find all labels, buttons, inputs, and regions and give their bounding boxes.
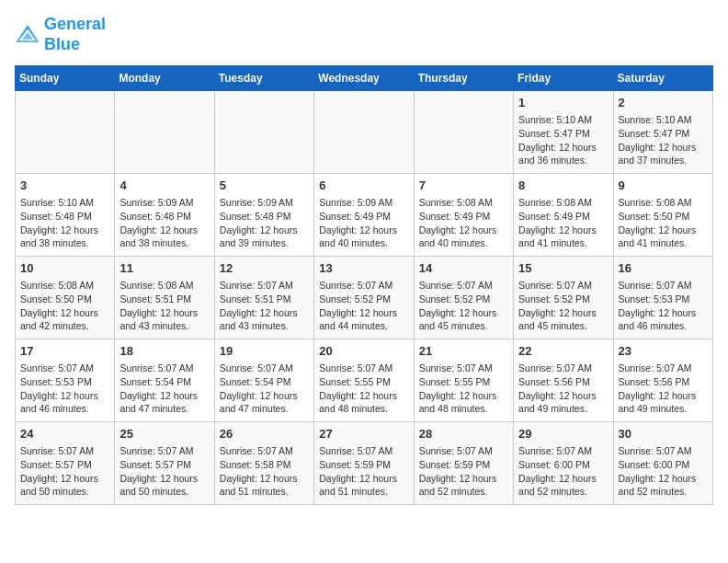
day-number: 18 [119, 343, 209, 360]
calendar-cell: 13Sunrise: 5:07 AM Sunset: 5:52 PM Dayli… [314, 257, 414, 339]
day-number: 2 [619, 95, 708, 111]
calendar-cell: 26Sunrise: 5:07 AM Sunset: 5:58 PM Dayli… [214, 422, 313, 505]
day-number: 23 [619, 343, 708, 360]
calendar-week-row: 17Sunrise: 5:07 AM Sunset: 5:53 PM Dayli… [16, 339, 713, 422]
day-number: 27 [319, 426, 408, 442]
day-number: 15 [518, 260, 608, 277]
day-info: Sunrise: 5:07 AM Sunset: 6:00 PM Dayligh… [518, 444, 608, 499]
day-number: 9 [619, 178, 708, 194]
day-info: Sunrise: 5:09 AM Sunset: 5:48 PM Dayligh… [119, 196, 209, 250]
column-header-wednesday: Wednesday [314, 66, 414, 91]
calendar-cell: 22Sunrise: 5:07 AM Sunset: 5:56 PM Dayli… [514, 339, 613, 422]
calendar-cell: 25Sunrise: 5:07 AM Sunset: 5:57 PM Dayli… [115, 422, 214, 505]
day-number: 20 [319, 343, 408, 360]
column-header-sunday: Sunday [16, 66, 115, 91]
calendar-cell: 10Sunrise: 5:08 AM Sunset: 5:50 PM Dayli… [16, 257, 115, 339]
day-number: 5 [220, 178, 309, 194]
day-info: Sunrise: 5:10 AM Sunset: 5:48 PM Dayligh… [20, 196, 109, 250]
calendar-cell [414, 91, 513, 174]
day-info: Sunrise: 5:07 AM Sunset: 5:58 PM Dayligh… [220, 444, 309, 499]
calendar-cell: 2Sunrise: 5:10 AM Sunset: 5:47 PM Daylig… [613, 91, 712, 174]
calendar-cell: 27Sunrise: 5:07 AM Sunset: 5:59 PM Dayli… [314, 422, 414, 505]
calendar-cell: 23Sunrise: 5:07 AM Sunset: 5:56 PM Dayli… [613, 339, 712, 422]
day-number: 24 [20, 426, 109, 442]
day-info: Sunrise: 5:08 AM Sunset: 5:50 PM Dayligh… [20, 279, 109, 333]
day-info: Sunrise: 5:08 AM Sunset: 5:50 PM Dayligh… [619, 196, 708, 250]
column-header-friday: Friday [514, 66, 613, 91]
calendar-week-row: 1Sunrise: 5:10 AM Sunset: 5:47 PM Daylig… [16, 91, 713, 174]
day-number: 14 [419, 260, 508, 277]
day-info: Sunrise: 5:07 AM Sunset: 5:59 PM Dayligh… [419, 444, 508, 499]
day-info: Sunrise: 5:07 AM Sunset: 6:00 PM Dayligh… [619, 444, 708, 499]
calendar-week-row: 24Sunrise: 5:07 AM Sunset: 5:57 PM Dayli… [16, 422, 713, 505]
calendar-cell: 29Sunrise: 5:07 AM Sunset: 6:00 PM Dayli… [514, 422, 613, 505]
calendar-cell: 28Sunrise: 5:07 AM Sunset: 5:59 PM Dayli… [414, 422, 513, 505]
calendar-cell [214, 91, 313, 174]
calendar-cell: 17Sunrise: 5:07 AM Sunset: 5:53 PM Dayli… [16, 339, 115, 422]
calendar-cell [115, 91, 214, 174]
calendar-cell: 11Sunrise: 5:08 AM Sunset: 5:51 PM Dayli… [115, 257, 214, 339]
day-info: Sunrise: 5:07 AM Sunset: 5:51 PM Dayligh… [220, 279, 309, 333]
day-info: Sunrise: 5:08 AM Sunset: 5:51 PM Dayligh… [119, 279, 209, 333]
day-number: 29 [518, 426, 608, 442]
calendar-cell: 3Sunrise: 5:10 AM Sunset: 5:48 PM Daylig… [16, 174, 115, 257]
day-info: Sunrise: 5:07 AM Sunset: 5:57 PM Dayligh… [20, 444, 109, 499]
day-info: Sunrise: 5:07 AM Sunset: 5:57 PM Dayligh… [119, 444, 209, 499]
calendar-week-row: 10Sunrise: 5:08 AM Sunset: 5:50 PM Dayli… [16, 257, 713, 339]
day-number: 4 [119, 178, 209, 194]
column-header-saturday: Saturday [613, 66, 712, 91]
column-header-monday: Monday [115, 66, 214, 91]
day-info: Sunrise: 5:10 AM Sunset: 5:47 PM Dayligh… [619, 113, 708, 167]
day-number: 6 [319, 178, 408, 194]
day-number: 26 [220, 426, 309, 442]
day-info: Sunrise: 5:09 AM Sunset: 5:49 PM Dayligh… [319, 196, 408, 250]
calendar-cell: 1Sunrise: 5:10 AM Sunset: 5:47 PM Daylig… [514, 91, 613, 174]
calendar-cell: 30Sunrise: 5:07 AM Sunset: 6:00 PM Dayli… [613, 422, 712, 505]
day-info: Sunrise: 5:07 AM Sunset: 5:56 PM Dayligh… [619, 362, 708, 416]
calendar-cell: 5Sunrise: 5:09 AM Sunset: 5:48 PM Daylig… [214, 174, 313, 257]
calendar-cell [314, 91, 414, 174]
day-info: Sunrise: 5:07 AM Sunset: 5:59 PM Dayligh… [319, 444, 408, 499]
day-number: 25 [119, 426, 209, 442]
day-number: 8 [518, 178, 608, 194]
day-info: Sunrise: 5:07 AM Sunset: 5:53 PM Dayligh… [619, 279, 708, 333]
day-number: 12 [220, 260, 309, 277]
calendar-table: SundayMondayTuesdayWednesdayThursdayFrid… [15, 65, 713, 505]
day-number: 22 [518, 343, 608, 360]
calendar-cell: 6Sunrise: 5:09 AM Sunset: 5:49 PM Daylig… [314, 174, 414, 257]
day-info: Sunrise: 5:09 AM Sunset: 5:48 PM Dayligh… [220, 196, 309, 250]
logo: General Blue [15, 15, 106, 54]
day-info: Sunrise: 5:07 AM Sunset: 5:52 PM Dayligh… [518, 279, 608, 333]
calendar-cell: 8Sunrise: 5:08 AM Sunset: 5:49 PM Daylig… [514, 174, 613, 257]
column-header-tuesday: Tuesday [214, 66, 313, 91]
calendar-cell: 16Sunrise: 5:07 AM Sunset: 5:53 PM Dayli… [613, 257, 712, 339]
day-info: Sunrise: 5:07 AM Sunset: 5:55 PM Dayligh… [419, 362, 508, 416]
logo-icon [15, 22, 40, 48]
day-info: Sunrise: 5:07 AM Sunset: 5:53 PM Dayligh… [20, 362, 109, 416]
day-info: Sunrise: 5:07 AM Sunset: 5:52 PM Dayligh… [419, 279, 508, 333]
calendar-cell: 12Sunrise: 5:07 AM Sunset: 5:51 PM Dayli… [214, 257, 313, 339]
day-number: 28 [419, 426, 508, 442]
logo-text: General Blue [44, 15, 106, 54]
calendar-cell: 24Sunrise: 5:07 AM Sunset: 5:57 PM Dayli… [16, 422, 115, 505]
calendar-cell: 15Sunrise: 5:07 AM Sunset: 5:52 PM Dayli… [514, 257, 613, 339]
calendar-week-row: 3Sunrise: 5:10 AM Sunset: 5:48 PM Daylig… [16, 174, 713, 257]
day-number: 16 [619, 260, 708, 277]
calendar-cell: 21Sunrise: 5:07 AM Sunset: 5:55 PM Dayli… [414, 339, 513, 422]
calendar-cell: 18Sunrise: 5:07 AM Sunset: 5:54 PM Dayli… [115, 339, 214, 422]
day-number: 11 [119, 260, 209, 277]
day-info: Sunrise: 5:07 AM Sunset: 5:55 PM Dayligh… [319, 362, 408, 416]
day-number: 10 [20, 260, 109, 277]
day-number: 3 [20, 178, 109, 194]
calendar-cell: 14Sunrise: 5:07 AM Sunset: 5:52 PM Dayli… [414, 257, 513, 339]
day-info: Sunrise: 5:08 AM Sunset: 5:49 PM Dayligh… [518, 196, 608, 250]
calendar-cell: 4Sunrise: 5:09 AM Sunset: 5:48 PM Daylig… [115, 174, 214, 257]
calendar-cell: 7Sunrise: 5:08 AM Sunset: 5:49 PM Daylig… [414, 174, 513, 257]
day-number: 30 [619, 426, 708, 442]
day-info: Sunrise: 5:07 AM Sunset: 5:54 PM Dayligh… [220, 362, 309, 416]
page-header: General Blue [15, 15, 713, 54]
calendar-cell: 9Sunrise: 5:08 AM Sunset: 5:50 PM Daylig… [613, 174, 712, 257]
day-number: 21 [419, 343, 508, 360]
day-info: Sunrise: 5:10 AM Sunset: 5:47 PM Dayligh… [518, 113, 608, 167]
day-number: 7 [419, 178, 508, 194]
